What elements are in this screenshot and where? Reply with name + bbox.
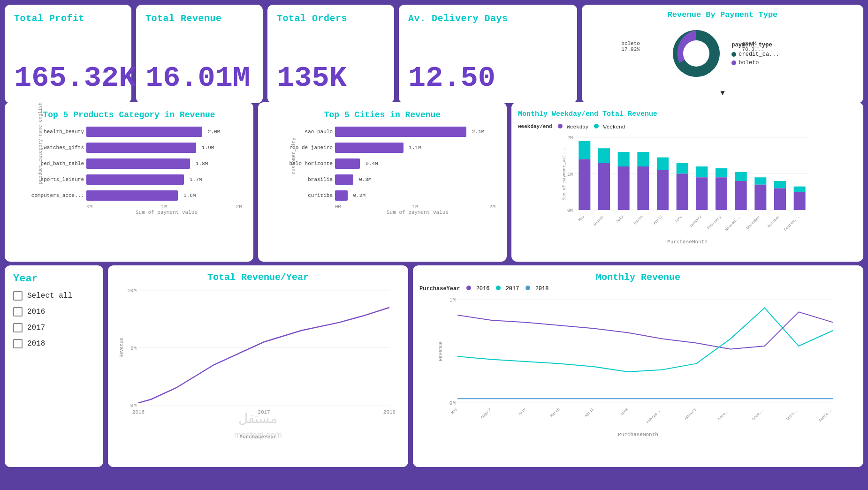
checkbox-2016[interactable]: 2016 [13,307,95,317]
stacked-bar-svg: 2M1M0MSum of payment_val...MayAugustJuly… [518,133,857,236]
hbar-row: health_beauty2.0M [86,125,242,138]
svg-text:2018: 2018 [383,409,396,415]
kpi-total-orders-label: Total Orders [277,13,385,24]
svg-rect-9 [579,141,590,159]
kpi-delivery-days-value: 12.50 [408,61,568,95]
kpi-total-orders: Total Orders 135K [267,5,394,103]
svg-text:July: July [517,407,526,416]
hbar-fill [86,190,178,201]
total-revenue-year-title: Total Revenue/Year [114,272,402,283]
svg-text:2M: 2M [567,136,573,141]
hbar-value: 1.9M [202,145,214,151]
total-revenue-year-x-label: PurchaseYear [114,434,402,440]
svg-rect-16 [618,166,630,210]
checkbox-box-select-all[interactable] [13,291,23,301]
cities-x-label: Sum of payment_value [274,210,500,215]
kpi-total-orders-value: 135K [277,61,385,95]
svg-text:5M: 5M [130,346,137,351]
checkbox-box-2018[interactable] [13,339,23,348]
monthly-legend-title: PurchaseYear [419,286,460,292]
svg-text:Octo...: Octo... [785,407,799,421]
hbar-value: 1.1M [409,145,421,151]
hbar-label: brasilia [272,177,333,182]
checkbox-box-2017[interactable] [13,323,23,332]
svg-text:October: October [767,214,781,228]
year-filter-title: Year [13,273,95,285]
hbar-value: 0.4M [365,161,378,166]
checkbox-select-all[interactable]: Select all [13,291,95,301]
svg-text:1M: 1M [567,172,573,177]
svg-text:Novemb...: Novemb... [724,214,742,232]
row2-charts: Top 5 Products Category in Revenue produ… [5,102,863,262]
dashboard: Total Profit 165.32K Total Revenue 16.01… [0,0,868,490]
svg-text:Septem...: Septem... [783,214,800,232]
svg-text:Dece...: Dece... [751,407,765,421]
revenue-pie-card: Revenue By Payment Type boleto 17.92% cr… [582,5,863,103]
top5-cities-chart: customer_city sao paulo2.1Mrio de janeir… [274,125,500,215]
legend-label-boleto: boleto [739,60,759,66]
products-y-axis-label: product_category_name_english [38,128,43,184]
kpi-total-profit-value: 165.32K [14,61,122,95]
svg-text:Revenue: Revenue [438,341,443,361]
pie-svg [666,23,727,84]
svg-text:May: May [578,214,586,222]
top5-cities-title: Top 5 Cities in Revenue [265,110,500,121]
svg-text:10M: 10M [127,288,137,294]
legend-boleto: boleto [731,60,779,66]
cities-y-axis-label: customer_city [291,128,297,184]
legend-2018: 2018 [525,286,548,292]
kpi-delivery-days: Av. Delivery Days 12.50 [399,5,577,103]
dropdown-arrow[interactable]: ▼ [589,89,856,98]
pie-label-boleto: boleto 17.92% [621,41,640,52]
svg-rect-36 [754,177,766,185]
kpi-delivery-days-label: Av. Delivery Days [408,13,568,24]
svg-rect-33 [735,172,747,181]
hbar-row: rio de janeiro1.1M [335,141,495,154]
svg-text:December: December [746,214,761,230]
svg-rect-10 [579,159,590,210]
weekday-legend-title: Weekday/end [518,124,552,129]
pie-container: boleto 17.92% credi... 78.3... [589,23,856,86]
hbar-value: 1.7M [190,177,202,182]
hbar-row: brasilia0.3M [335,173,495,186]
top5-products-chart: product_category_name_english health_bea… [21,125,247,215]
hbar-fill [335,158,360,169]
kpi-total-revenue-label: Total Revenue [145,13,253,24]
checkbox-label-2018: 2018 [27,339,45,348]
kpi-total-revenue: Total Revenue 16.01M [136,5,263,103]
svg-rect-31 [716,177,727,210]
hbar-label: sports_leisure [23,177,84,182]
legend-2017: 2017 [496,286,519,292]
hbar-fill [86,158,190,169]
svg-text:February: February [706,214,722,230]
svg-text:0M: 0M [130,403,137,408]
monthly-revenue-card: Monthly Revenue PurchaseYear 2016 2017 2… [413,265,863,467]
hbar-row: watches_gifts1.9M [86,141,242,154]
svg-text:June: June [619,407,629,416]
revenue-pie-title: Revenue By Payment Type [589,10,856,19]
row3: Year Select all 2016 2017 2018 Total Rev… [5,265,863,467]
svg-text:March: March [633,214,644,225]
checkbox-box-2016[interactable] [13,307,23,317]
row1-kpis: Total Profit 165.32K Total Revenue 16.01… [5,5,863,98]
kpi-total-profit-label: Total Profit [14,13,122,24]
monthly-revenue-svg: 1M0MRevenueMayAugustJulyMarchAprilJuneFe… [419,295,857,429]
checkbox-2017[interactable]: 2017 [13,323,95,332]
svg-text:April: April [584,407,594,418]
hbar-row: bed_bath_table1.8M [86,157,242,170]
svg-rect-19 [637,166,649,210]
total-revenue-year-svg: 10M5M0MRevenue201620172018 [114,286,402,431]
checkbox-2018[interactable]: 2018 [13,339,95,348]
hbar-label: sao paulo [272,129,333,135]
weekend-dot: Weekend [594,124,625,130]
products-hbar-container: health_beauty2.0Mwatches_gifts1.9Mbed_ba… [21,125,247,202]
svg-rect-34 [735,181,747,210]
top5-cities-card: Top 5 Cities in Revenue customer_city sa… [258,102,507,262]
svg-rect-40 [774,188,786,210]
svg-rect-28 [696,177,708,210]
svg-rect-21 [657,157,669,170]
hbar-label: computers_acce... [23,193,84,198]
svg-text:Revenue: Revenue [119,338,124,357]
svg-text:0M: 0M [567,208,573,213]
svg-rect-15 [618,152,630,166]
